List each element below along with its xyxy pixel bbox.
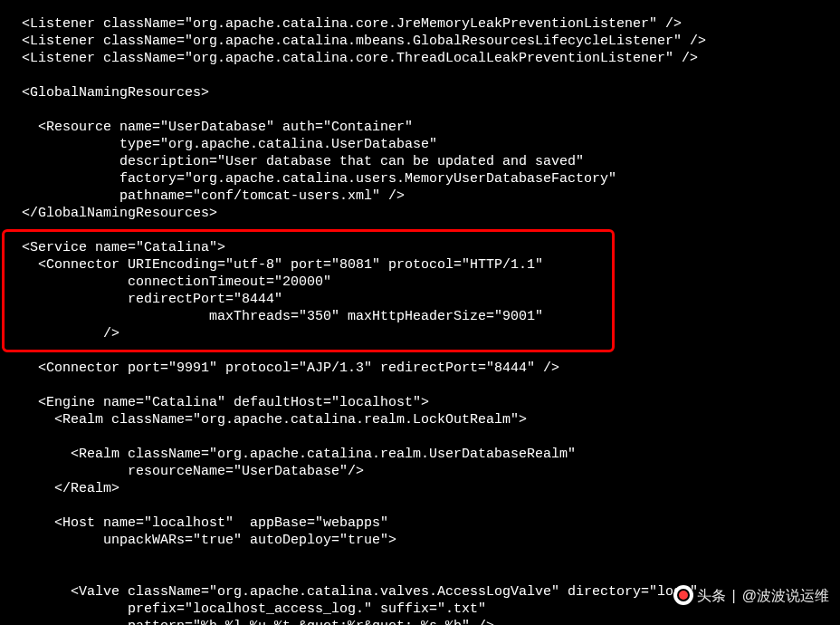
code-line: <Connector port="9991" protocol="AJP/1.3… [22,361,559,376]
watermark-author: @波波说运维 [742,587,829,604]
code-line: <Listener className="org.apache.catalina… [22,16,682,32]
code-line: description="User database that can be u… [22,154,584,169]
code-line: <Listener className="org.apache.catalina… [22,51,698,66]
toutiao-icon [673,585,693,605]
code-block: <Listener className="org.apache.catalina… [22,15,840,625]
code-line: </GlobalNamingResources> [22,206,217,221]
code-line: factory="org.apache.catalina.users.Memor… [22,171,616,187]
code-line: <Engine name="Catalina" defaultHost="loc… [22,395,429,410]
watermark: 头条 | @波波说运维 [673,585,829,605]
code-line: connectionTimeout="20000" [22,274,331,290]
code-line: /> [22,326,119,341]
code-line: resourceName="UserDatabase"/> [22,464,364,479]
code-line: pattern="%h %l %u %t &quot;%r&quot; %s %… [22,619,494,625]
code-line: <Connector URIEncoding="utf-8" port="808… [22,257,543,273]
code-line: maxThreads="350" maxHttpHeaderSize="9001… [22,309,543,324]
code-line: <Listener className="org.apache.catalina… [22,34,706,49]
separator-icon: | [732,587,736,604]
watermark-brand: 头条 [697,587,726,604]
code-line: </Realm> [22,481,119,496]
code-line: <Valve className="org.apache.catalina.va… [22,584,698,600]
code-line: <Host name="localhost" appBase="webapps" [22,515,388,531]
code-line: redirectPort="8444" [22,292,282,307]
code-line: <Resource name="UserDatabase" auth="Cont… [22,120,413,135]
code-line: unpackWARs="true" autoDeploy="true"> [22,533,396,548]
code-line: prefix="localhost_access_log." suffix=".… [22,601,486,617]
code-line: <Realm className="org.apache.catalina.re… [22,412,527,428]
code-line: <GlobalNamingResources> [22,85,209,101]
code-line: type="org.apache.catalina.UserDatabase" [22,137,437,152]
code-line: <Service name="Catalina"> [22,240,225,255]
code-line: pathname="conf/tomcat-users.xml" /> [22,188,405,204]
code-line: <Realm className="org.apache.catalina.re… [22,447,576,462]
